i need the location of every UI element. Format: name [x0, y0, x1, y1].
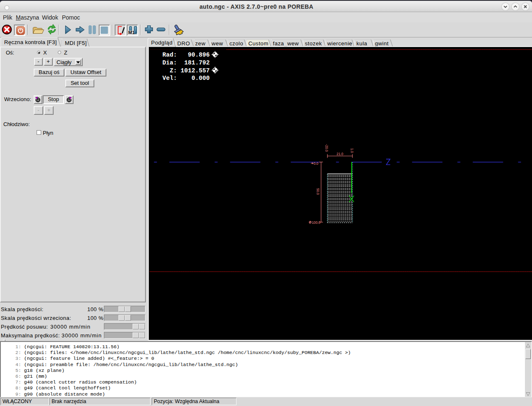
svg-text:21.0: 21.0 — [337, 152, 343, 156]
svg-text:Dia: 181.792: Dia: 181.792 — [163, 59, 210, 66]
svg-text:-20.0: -20.0 — [325, 144, 328, 152]
svg-text:Ręczna kontrola [F3]: Ręczna kontrola [F3] — [4, 39, 57, 45]
svg-text:Z: 1012.557: Z: 1012.557 — [163, 67, 210, 74]
svg-text:gwint: gwint — [375, 40, 389, 47]
svg-text:Podgląd: Podgląd — [151, 40, 172, 46]
svg-text:faza_wew: faza_wew — [273, 40, 299, 47]
svg-text:kula: kula — [357, 40, 367, 47]
svg-text:czolo: czolo — [229, 40, 243, 47]
svg-text:zew: zew — [195, 40, 206, 47]
svg-text:50.0: 50.0 — [316, 188, 320, 195]
svg-text:Vel: 0.000: Vel: 0.000 — [163, 75, 210, 82]
svg-text:wiercenie: wiercenie — [327, 40, 352, 47]
svg-text:wew: wew — [211, 40, 223, 47]
svg-text:0.0: 0.0 — [314, 162, 319, 166]
svg-text:MDI [F5]: MDI [F5] — [65, 40, 87, 46]
svg-text:Rad: 90.896: Rad: 90.896 — [163, 52, 210, 58]
svg-text:M1: M1 — [128, 30, 135, 35]
svg-text:Custom: Custom — [249, 40, 268, 47]
svg-text:1.0: 1.0 — [350, 148, 354, 153]
svg-text:100.0: 100.0 — [312, 221, 320, 225]
svg-text:stozek: stozek — [305, 40, 322, 47]
svg-text:DRO: DRO — [177, 40, 190, 47]
